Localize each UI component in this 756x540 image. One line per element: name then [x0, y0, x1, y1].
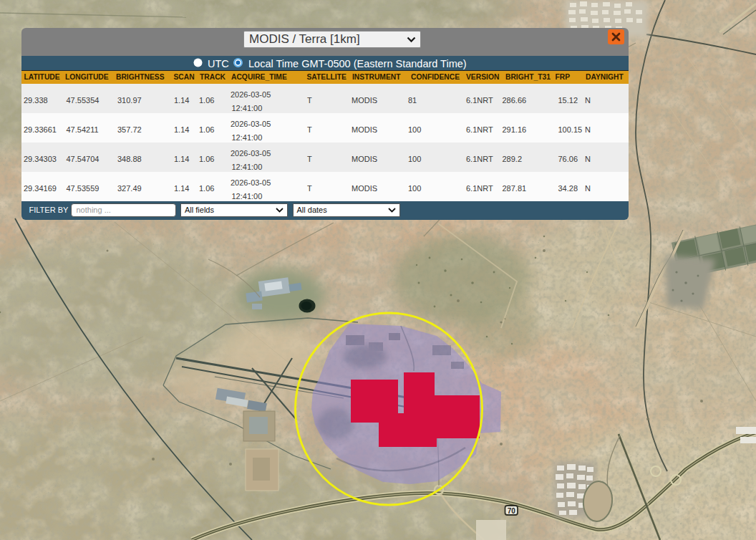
svg-text:70: 70: [508, 507, 516, 515]
